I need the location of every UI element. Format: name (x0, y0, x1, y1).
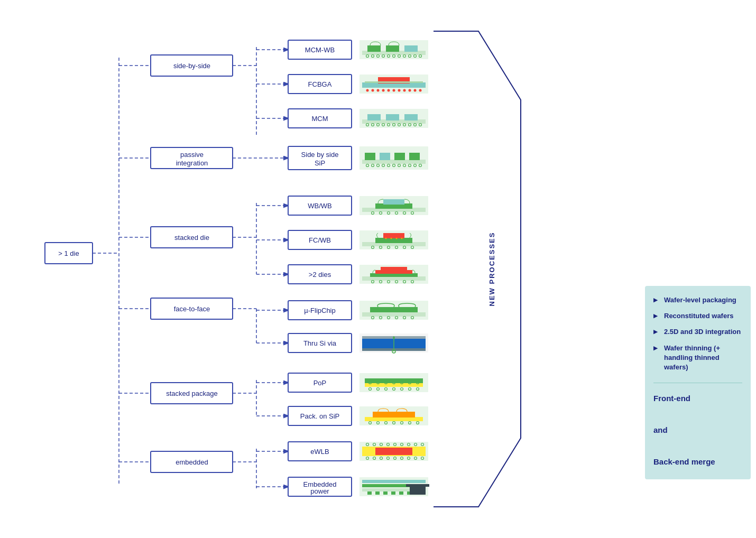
label-thru-si-via: Thru Si via (303, 339, 337, 347)
svg-rect-141 (370, 273, 418, 277)
label-embedded: embedded (176, 458, 208, 466)
svg-rect-118 (383, 199, 404, 205)
label-fc-wb: FC/WB (309, 236, 331, 244)
svg-rect-54 (386, 45, 399, 52)
label-fcbga: FCBGA (308, 80, 332, 88)
svg-rect-220 (383, 491, 388, 495)
svg-point-165 (393, 337, 395, 339)
label-wb-wb: WB/WB (308, 202, 332, 210)
label-face-to-face: face-to-face (174, 305, 210, 313)
svg-point-74 (382, 89, 385, 92)
svg-rect-140 (362, 276, 426, 281)
svg-rect-142 (375, 270, 412, 274)
info-box: Wafer-level packaging Reconstituted wafe… (645, 286, 751, 479)
svg-rect-70 (365, 81, 423, 83)
label-stacked-package: stacked package (166, 389, 218, 397)
svg-point-131 (396, 238, 398, 239)
svg-point-80 (414, 89, 417, 92)
svg-rect-53 (367, 45, 381, 52)
svg-point-79 (409, 89, 411, 92)
svg-point-73 (377, 89, 380, 92)
svg-rect-204 (375, 448, 412, 455)
svg-point-75 (388, 89, 390, 92)
label-mcm: MCM (311, 115, 328, 123)
svg-rect-168 (365, 378, 423, 383)
label-ewlb: eWLB (310, 448, 329, 456)
svg-point-129 (385, 238, 387, 239)
info-item-25d-3d: 2.5D and 3D integration (653, 327, 742, 337)
label-passive-int: passive (180, 151, 204, 159)
svg-point-130 (391, 238, 392, 239)
new-processes-label: NEW PROCESSES (488, 232, 496, 307)
svg-point-76 (393, 89, 395, 92)
diagram-area: > 1 die side-by-side MCM-WB FCBGA (5, 15, 645, 523)
info-item-wafer-thinning: Wafer thinning (+ handling thinned wafer… (653, 344, 742, 373)
svg-point-72 (372, 89, 374, 92)
label-mu-flipchip: µ-FlipChip (304, 307, 336, 314)
svg-point-78 (403, 89, 406, 92)
label-stacked-die: stacked die (174, 234, 209, 242)
label-gt2-dies: >2 dies (309, 271, 331, 279)
svg-rect-151 (362, 312, 426, 317)
svg-rect-86 (404, 114, 418, 120)
svg-rect-85 (386, 114, 399, 120)
label-pack-on-sip: Pack. on SiP (300, 412, 339, 420)
svg-rect-185 (373, 412, 415, 418)
svg-rect-152 (370, 307, 418, 312)
info-item-reconstituted: Reconstituted wafers (653, 311, 742, 321)
label-side-by-side-sip: Side by side (301, 151, 339, 159)
main-container: > 1 die side-by-side MCM-WB FCBGA (0, 0, 756, 538)
svg-point-132 (401, 238, 403, 239)
svg-rect-100 (365, 153, 375, 160)
svg-rect-167 (365, 383, 423, 387)
info-list: Wafer-level packaging Reconstituted wafe… (653, 295, 742, 372)
frontend-text: Front-endandBack-end merge (653, 383, 742, 470)
svg-point-77 (398, 89, 401, 92)
svg-rect-127 (375, 238, 412, 243)
svg-point-71 (366, 89, 369, 92)
info-item-wafer-level: Wafer-level packaging (653, 295, 742, 305)
root-label: > 1 die (58, 249, 79, 257)
svg-rect-103 (409, 153, 420, 160)
label-mcm-wb: MCM-WB (305, 46, 335, 54)
svg-rect-84 (367, 114, 381, 120)
diagram-svg: > 1 die side-by-side MCM-WB FCBGA (5, 15, 645, 523)
label-pop: PoP (314, 379, 327, 387)
label-side-by-side: side-by-side (173, 62, 210, 70)
label-embedded-power2: power (310, 487, 329, 495)
svg-rect-215 (362, 480, 426, 483)
svg-rect-128 (383, 233, 404, 238)
svg-rect-184 (365, 417, 423, 421)
svg-rect-222 (399, 491, 403, 495)
svg-point-81 (419, 89, 422, 92)
svg-rect-99 (362, 160, 426, 164)
svg-rect-101 (380, 153, 390, 160)
svg-rect-55 (404, 45, 418, 52)
svg-rect-226 (406, 484, 429, 487)
label-side-by-side-sip2: SiP (315, 159, 325, 167)
svg-rect-221 (391, 491, 395, 495)
svg-rect-219 (375, 491, 380, 495)
label-passive-int2: integration (176, 159, 208, 167)
svg-rect-102 (394, 153, 405, 160)
svg-rect-143 (381, 267, 407, 271)
svg-rect-218 (367, 491, 372, 495)
